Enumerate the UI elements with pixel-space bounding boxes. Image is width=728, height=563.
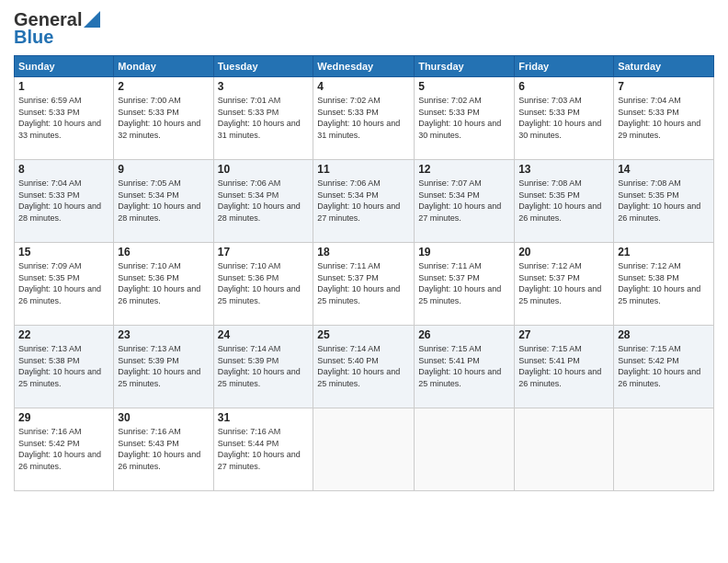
day-info: Sunrise: 7:08 AMSunset: 5:35 PMDaylight:… xyxy=(618,178,710,224)
day-cell-23: 23 Sunrise: 7:13 AMSunset: 5:39 PMDaylig… xyxy=(114,326,213,408)
week-row-3: 15 Sunrise: 7:09 AMSunset: 5:35 PMDaylig… xyxy=(15,243,714,326)
day-number: 16 xyxy=(118,246,209,259)
day-info: Sunrise: 7:10 AMSunset: 5:36 PMDaylight:… xyxy=(218,260,310,306)
svg-marker-0 xyxy=(84,11,100,28)
weekday-header-row: SundayMondayTuesdayWednesdayThursdayFrid… xyxy=(15,56,714,77)
logo-arrow-icon xyxy=(84,11,100,28)
weekday-header-sunday: Sunday xyxy=(15,56,114,77)
day-info: Sunrise: 7:02 AMSunset: 5:33 PMDaylight:… xyxy=(418,95,510,141)
empty-cell xyxy=(313,408,415,491)
day-info: Sunrise: 7:15 AMSunset: 5:42 PMDaylight:… xyxy=(618,343,710,389)
day-cell-31: 31 Sunrise: 7:16 AMSunset: 5:44 PMDaylig… xyxy=(213,408,313,491)
day-info: Sunrise: 7:03 AMSunset: 5:33 PMDaylight:… xyxy=(518,95,609,141)
day-number: 5 xyxy=(418,80,510,93)
day-cell-11: 11 Sunrise: 7:06 AMSunset: 5:34 PMDaylig… xyxy=(313,160,415,243)
day-cell-30: 30 Sunrise: 7:16 AMSunset: 5:43 PMDaylig… xyxy=(114,408,213,491)
day-info: Sunrise: 7:11 AMSunset: 5:37 PMDaylight:… xyxy=(317,260,410,306)
day-number: 1 xyxy=(18,80,109,93)
day-number: 29 xyxy=(18,411,109,424)
day-cell-9: 9 Sunrise: 7:05 AMSunset: 5:34 PMDayligh… xyxy=(114,160,213,243)
day-info: Sunrise: 7:04 AMSunset: 5:33 PMDaylight:… xyxy=(18,178,109,224)
week-row-2: 8 Sunrise: 7:04 AMSunset: 5:33 PMDayligh… xyxy=(15,160,714,243)
day-info: Sunrise: 7:13 AMSunset: 5:38 PMDaylight:… xyxy=(18,343,109,389)
day-number: 23 xyxy=(118,328,209,341)
day-cell-14: 14 Sunrise: 7:08 AMSunset: 5:35 PMDaylig… xyxy=(614,160,714,243)
logo-blue: Blue xyxy=(14,27,53,48)
day-number: 27 xyxy=(518,328,609,341)
day-number: 26 xyxy=(418,328,510,341)
day-number: 12 xyxy=(418,163,510,176)
day-cell-20: 20 Sunrise: 7:12 AMSunset: 5:37 PMDaylig… xyxy=(515,243,614,326)
day-number: 13 xyxy=(518,163,609,176)
empty-cell xyxy=(614,408,714,491)
day-info: Sunrise: 7:16 AMSunset: 5:43 PMDaylight:… xyxy=(118,426,209,472)
day-info: Sunrise: 7:13 AMSunset: 5:39 PMDaylight:… xyxy=(118,343,209,389)
page: General Blue SundayMondayTuesdayWednesda… xyxy=(0,0,728,500)
day-info: Sunrise: 7:10 AMSunset: 5:36 PMDaylight:… xyxy=(118,260,209,306)
calendar-table: SundayMondayTuesdayWednesdayThursdayFrid… xyxy=(14,55,714,491)
day-cell-19: 19 Sunrise: 7:11 AMSunset: 5:37 PMDaylig… xyxy=(415,243,515,326)
day-cell-28: 28 Sunrise: 7:15 AMSunset: 5:42 PMDaylig… xyxy=(614,326,714,408)
day-cell-24: 24 Sunrise: 7:14 AMSunset: 5:39 PMDaylig… xyxy=(213,326,313,408)
weekday-header-wednesday: Wednesday xyxy=(313,56,415,77)
day-info: Sunrise: 7:12 AMSunset: 5:38 PMDaylight:… xyxy=(618,260,710,306)
day-cell-22: 22 Sunrise: 7:13 AMSunset: 5:38 PMDaylig… xyxy=(15,326,114,408)
day-number: 28 xyxy=(618,328,710,341)
empty-cell xyxy=(415,408,515,491)
day-number: 20 xyxy=(518,246,609,259)
day-info: Sunrise: 7:15 AMSunset: 5:41 PMDaylight:… xyxy=(418,343,510,389)
day-cell-17: 17 Sunrise: 7:10 AMSunset: 5:36 PMDaylig… xyxy=(213,243,313,326)
day-number: 22 xyxy=(18,328,109,341)
day-info: Sunrise: 7:00 AMSunset: 5:33 PMDaylight:… xyxy=(118,95,209,141)
day-info: Sunrise: 7:04 AMSunset: 5:33 PMDaylight:… xyxy=(618,95,710,141)
day-cell-21: 21 Sunrise: 7:12 AMSunset: 5:38 PMDaylig… xyxy=(614,243,714,326)
day-cell-27: 27 Sunrise: 7:15 AMSunset: 5:41 PMDaylig… xyxy=(515,326,614,408)
day-number: 14 xyxy=(618,163,710,176)
weekday-header-tuesday: Tuesday xyxy=(213,56,313,77)
day-info: Sunrise: 7:11 AMSunset: 5:37 PMDaylight:… xyxy=(418,260,510,306)
day-number: 15 xyxy=(18,246,109,259)
day-cell-1: 1 Sunrise: 6:59 AMSunset: 5:33 PMDayligh… xyxy=(15,77,114,160)
day-number: 21 xyxy=(618,246,710,259)
day-number: 4 xyxy=(317,80,410,93)
day-info: Sunrise: 7:15 AMSunset: 5:41 PMDaylight:… xyxy=(518,343,609,389)
weekday-header-friday: Friday xyxy=(515,56,614,77)
empty-cell xyxy=(515,408,614,491)
day-info: Sunrise: 7:14 AMSunset: 5:39 PMDaylight:… xyxy=(218,343,310,389)
day-number: 18 xyxy=(317,246,410,259)
day-number: 2 xyxy=(118,80,209,93)
week-row-4: 22 Sunrise: 7:13 AMSunset: 5:38 PMDaylig… xyxy=(15,326,714,408)
week-row-5: 29 Sunrise: 7:16 AMSunset: 5:42 PMDaylig… xyxy=(15,408,714,491)
day-cell-25: 25 Sunrise: 7:14 AMSunset: 5:40 PMDaylig… xyxy=(313,326,415,408)
day-number: 31 xyxy=(218,411,310,424)
day-cell-13: 13 Sunrise: 7:08 AMSunset: 5:35 PMDaylig… xyxy=(515,160,614,243)
day-cell-15: 15 Sunrise: 7:09 AMSunset: 5:35 PMDaylig… xyxy=(15,243,114,326)
day-cell-3: 3 Sunrise: 7:01 AMSunset: 5:33 PMDayligh… xyxy=(213,77,313,160)
day-info: Sunrise: 7:08 AMSunset: 5:35 PMDaylight:… xyxy=(518,178,609,224)
weekday-header-thursday: Thursday xyxy=(415,56,515,77)
day-info: Sunrise: 7:12 AMSunset: 5:37 PMDaylight:… xyxy=(518,260,609,306)
day-number: 3 xyxy=(218,80,310,93)
logo: General Blue xyxy=(14,9,100,48)
day-cell-16: 16 Sunrise: 7:10 AMSunset: 5:36 PMDaylig… xyxy=(114,243,213,326)
day-cell-29: 29 Sunrise: 7:16 AMSunset: 5:42 PMDaylig… xyxy=(15,408,114,491)
day-number: 10 xyxy=(218,163,310,176)
day-cell-6: 6 Sunrise: 7:03 AMSunset: 5:33 PMDayligh… xyxy=(515,77,614,160)
day-cell-12: 12 Sunrise: 7:07 AMSunset: 5:34 PMDaylig… xyxy=(415,160,515,243)
weekday-header-saturday: Saturday xyxy=(614,56,714,77)
day-number: 30 xyxy=(118,411,209,424)
day-cell-7: 7 Sunrise: 7:04 AMSunset: 5:33 PMDayligh… xyxy=(614,77,714,160)
day-cell-8: 8 Sunrise: 7:04 AMSunset: 5:33 PMDayligh… xyxy=(15,160,114,243)
day-info: Sunrise: 7:07 AMSunset: 5:34 PMDaylight:… xyxy=(418,178,510,224)
header: General Blue xyxy=(14,9,714,48)
day-number: 24 xyxy=(218,328,310,341)
day-number: 6 xyxy=(518,80,609,93)
day-info: Sunrise: 7:02 AMSunset: 5:33 PMDaylight:… xyxy=(317,95,410,141)
weekday-header-monday: Monday xyxy=(114,56,213,77)
day-number: 8 xyxy=(18,163,109,176)
day-info: Sunrise: 7:06 AMSunset: 5:34 PMDaylight:… xyxy=(317,178,410,224)
day-number: 11 xyxy=(317,163,410,176)
day-info: Sunrise: 7:16 AMSunset: 5:44 PMDaylight:… xyxy=(218,426,310,472)
day-number: 17 xyxy=(218,246,310,259)
week-row-1: 1 Sunrise: 6:59 AMSunset: 5:33 PMDayligh… xyxy=(15,77,714,160)
